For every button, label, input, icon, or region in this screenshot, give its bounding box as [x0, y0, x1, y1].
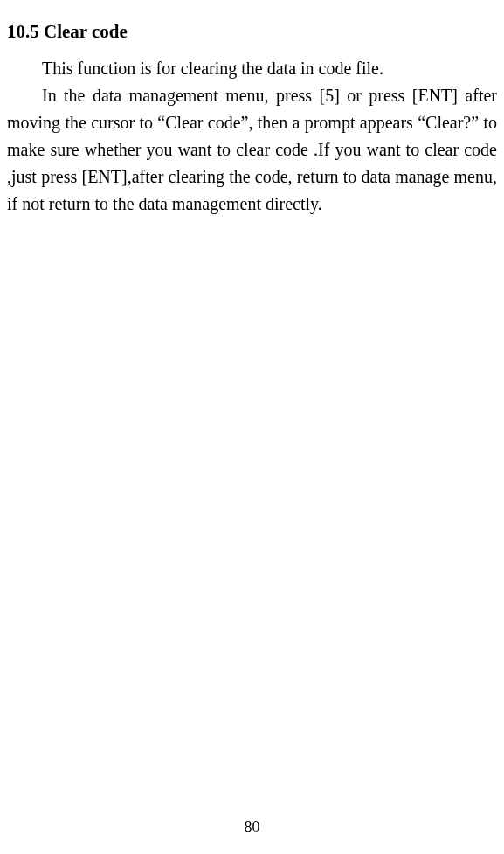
page-number: 80	[0, 818, 504, 837]
paragraph-2: In the data management menu, press [5] o…	[7, 82, 497, 218]
section-heading: 10.5 Clear code	[7, 17, 497, 43]
document-page: 10.5 Clear code This function is for cle…	[0, 0, 504, 854]
paragraph-1: This function is for clearing the data i…	[7, 55, 497, 82]
body-text: This function is for clearing the data i…	[7, 55, 497, 218]
